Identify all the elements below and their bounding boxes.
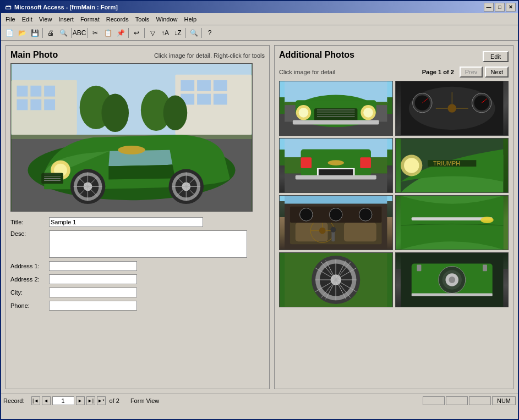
- svg-point-108: [480, 217, 494, 223]
- toolbar-separator-4: [128, 28, 129, 38]
- minimize-button[interactable]: —: [484, 3, 494, 12]
- svg-point-103: [329, 208, 342, 222]
- toolbar-copy[interactable]: 📋: [102, 27, 114, 39]
- toolbar-separator-3: [87, 28, 88, 38]
- address1-label: Address 1:: [10, 263, 49, 269]
- num-lock-panel: NUM: [492, 396, 516, 405]
- menu-insert[interactable]: Insert: [55, 13, 77, 25]
- svg-rect-6: [30, 100, 41, 110]
- menu-format[interactable]: Format: [77, 13, 103, 25]
- svg-rect-107: [411, 217, 492, 220]
- desc-textarea[interactable]: [49, 230, 247, 258]
- next-record-button[interactable]: ►: [76, 396, 85, 405]
- photo-grid: TRIUMPH: [279, 81, 509, 307]
- svg-rect-7: [44, 100, 55, 110]
- toolbar-save[interactable]: 💾: [29, 27, 41, 39]
- last-record-button[interactable]: ►|: [86, 396, 95, 405]
- photo-hint: Click image for detail: [279, 69, 335, 75]
- toolbar-help[interactable]: ?: [204, 27, 216, 39]
- svg-rect-51: [314, 108, 357, 122]
- svg-point-95: [319, 228, 326, 234]
- thumb-5-svg: [280, 196, 392, 250]
- svg-rect-80: [301, 157, 312, 168]
- svg-point-18: [163, 96, 188, 131]
- main-photo-image[interactable]: [10, 63, 253, 212]
- svg-point-64: [447, 104, 456, 113]
- menu-window[interactable]: Window: [152, 13, 181, 25]
- first-record-button[interactable]: |◄: [31, 396, 40, 405]
- photo-thumb-7[interactable]: [279, 252, 393, 307]
- phone-label: Phone:: [10, 302, 49, 309]
- address2-input[interactable]: [49, 274, 137, 284]
- close-button[interactable]: ✕: [506, 3, 516, 12]
- additional-photos-title: Additional Photos: [279, 50, 354, 60]
- toolbar-separator-5: [144, 28, 145, 38]
- toolbar-cut[interactable]: ✂: [89, 27, 101, 39]
- svg-rect-10: [197, 80, 211, 91]
- photo-thumb-3[interactable]: [279, 138, 393, 193]
- photo-thumb-2[interactable]: [395, 81, 509, 136]
- toolbar-filter[interactable]: ▽: [146, 27, 159, 39]
- thumb-1-svg: [280, 81, 392, 135]
- toolbar-preview[interactable]: 🔍: [57, 27, 69, 39]
- phone-input[interactable]: [49, 301, 137, 311]
- toolbar-new[interactable]: 📄: [3, 27, 15, 39]
- toolbar-spell[interactable]: ABC: [73, 27, 85, 39]
- toolbar-print[interactable]: 🖨: [45, 27, 57, 39]
- record-navigator: |◄ ◄ ► ►| ►* of 2: [31, 396, 119, 405]
- menu-edit[interactable]: Edit: [19, 13, 36, 25]
- svg-point-45: [118, 146, 145, 154]
- svg-point-128: [449, 277, 455, 283]
- photo-thumb-1[interactable]: [279, 81, 393, 136]
- toolbar-find[interactable]: 🔍: [188, 27, 200, 39]
- menu-view[interactable]: View: [36, 13, 56, 25]
- svg-rect-2: [17, 86, 28, 97]
- title-bar-text: Microsoft Access - [frmMain : Form]: [14, 4, 484, 10]
- svg-point-102: [300, 208, 313, 222]
- right-panel-header: Additional Photos Edit: [279, 50, 509, 63]
- car-image-svg: [11, 64, 252, 211]
- status-panels: NUM: [423, 396, 516, 405]
- next-button[interactable]: Next: [485, 67, 509, 78]
- svg-point-100: [330, 227, 336, 233]
- svg-rect-9: [181, 80, 194, 91]
- record-label: Record:: [3, 397, 25, 404]
- photo-thumb-6[interactable]: [395, 195, 509, 250]
- menu-file[interactable]: File: [2, 13, 19, 25]
- prev-button[interactable]: Prev: [460, 67, 483, 78]
- menu-records[interactable]: Records: [103, 13, 132, 25]
- prev-record-button[interactable]: ◄: [42, 396, 51, 405]
- toolbar-paste[interactable]: 📌: [114, 27, 127, 39]
- svg-rect-99: [331, 231, 335, 242]
- maximize-button[interactable]: □: [495, 3, 505, 12]
- city-row: City:: [10, 288, 265, 297]
- form-view-label: Form View: [130, 397, 418, 404]
- photo-thumb-5[interactable]: [279, 195, 393, 250]
- thumb-6-svg: [396, 196, 509, 250]
- title-input[interactable]: [49, 217, 203, 227]
- right-panel: Additional Photos Edit Click image for d…: [274, 45, 513, 389]
- toolbar-sort-asc[interactable]: ↑A: [159, 27, 171, 39]
- svg-rect-13: [197, 94, 211, 105]
- photo-thumb-4[interactable]: TRIUMPH: [395, 138, 509, 193]
- svg-rect-60: [293, 120, 379, 125]
- toolbar-sort-desc[interactable]: ↓Z: [172, 27, 184, 39]
- toolbar-undo[interactable]: ↩: [130, 27, 143, 39]
- page-info: Page 1 of 2: [422, 69, 454, 75]
- edit-button[interactable]: Edit: [483, 51, 509, 62]
- new-record-button[interactable]: ►*: [97, 396, 106, 405]
- nav-group: Page 1 of 2 Prev Next: [419, 67, 509, 78]
- menu-tools[interactable]: Tools: [132, 13, 153, 25]
- toolbar-separator-7: [201, 28, 202, 38]
- svg-rect-14: [214, 94, 227, 105]
- left-panel: Main Photo Click image for detail. Right…: [6, 45, 270, 389]
- svg-rect-5: [17, 100, 28, 110]
- photo-thumb-8[interactable]: [395, 252, 509, 307]
- menu-help[interactable]: Help: [181, 13, 200, 25]
- title-bar: 🗃 Microsoft Access - [frmMain : Form] — …: [1, 1, 518, 13]
- address1-input[interactable]: [49, 261, 137, 271]
- toolbar-open[interactable]: 📂: [16, 27, 28, 39]
- toolbar-separator-2: [71, 28, 72, 38]
- city-input[interactable]: [49, 288, 137, 297]
- record-number-input[interactable]: [52, 396, 74, 405]
